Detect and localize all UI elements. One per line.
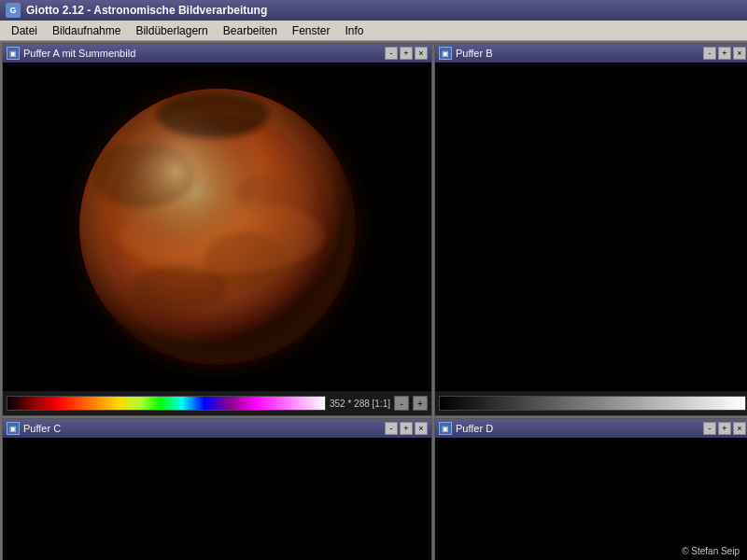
menu-bilduberlagern[interactable]: Bildüberlagern (128, 22, 215, 39)
panel-d-restore[interactable]: + (718, 422, 731, 435)
panel-d-minimize[interactable]: - (703, 422, 716, 435)
panel-c-content (3, 438, 431, 560)
panel-c-icon: ▣ (7, 422, 20, 435)
colorbar (7, 396, 326, 411)
panel-b-minimize[interactable]: - (703, 47, 716, 60)
app-icon: G (6, 3, 21, 18)
panel-a-restore[interactable]: + (400, 47, 413, 60)
panel-b-restore[interactable]: + (718, 47, 731, 60)
panel-b: ▣ Puffer B - + × (434, 43, 747, 416)
panel-c-titlebar: ▣ Puffer C - + × (3, 419, 431, 438)
panel-c-restore[interactable]: + (400, 422, 413, 435)
panel-c-title: Puffer C (23, 423, 61, 434)
panel-a-footer-plus[interactable]: + (413, 396, 428, 411)
panel-c-minimize[interactable]: - (385, 422, 398, 435)
menu-bar: Datei Bildaufnahme Bildüberlagern Bearbe… (0, 21, 747, 41)
mars-image (3, 63, 431, 391)
grayscale-bar (439, 396, 746, 411)
panel-b-footer (435, 391, 747, 415)
panel-b-titlebar: ▣ Puffer B - + × (435, 44, 747, 63)
panel-a-titlebar: ▣ Puffer A mit Summenbild - + × (3, 44, 431, 63)
panel-d-title: Puffer D (456, 423, 493, 434)
menu-fenster[interactable]: Fenster (285, 22, 338, 39)
panel-d-titlebar: ▣ Puffer D - + × (435, 419, 747, 438)
panel-a-content (3, 63, 431, 391)
panel-a-icon: ▣ (7, 47, 20, 60)
app-title: Giotto 2.12 - Astronomische Bildverarbei… (26, 4, 267, 17)
panel-a-close[interactable]: × (415, 47, 428, 60)
panel-d-icon: ▣ (439, 422, 452, 435)
panel-a-info: 352 * 288 [1:1] (330, 399, 390, 409)
menu-bearbeiten[interactable]: Bearbeiten (216, 22, 285, 39)
panel-a-title: Puffer A mit Summenbild (23, 48, 135, 59)
panel-c: ▣ Puffer C - + × (2, 418, 432, 560)
panel-b-content (435, 63, 747, 391)
panel-d-controls: - + × (703, 422, 746, 435)
panel-c-close[interactable]: × (415, 422, 428, 435)
panel-a-footer: 352 * 288 [1:1] - + (3, 391, 431, 415)
panel-b-close[interactable]: × (733, 47, 746, 60)
workspace: ▣ Puffer A mit Summenbild - + × (0, 41, 747, 560)
panel-a-controls: - + × (385, 47, 428, 60)
panel-a-minimize[interactable]: - (385, 47, 398, 60)
panel-d: ▣ Puffer D - + × (434, 418, 747, 560)
panel-b-title: Puffer B (456, 48, 493, 59)
svg-point-11 (79, 89, 356, 365)
panel-d-content (435, 438, 747, 560)
panel-b-icon: ▣ (439, 47, 452, 60)
panel-a-footer-minus[interactable]: - (394, 396, 409, 411)
panel-b-controls: - + × (703, 47, 746, 60)
panel-d-close[interactable]: × (733, 422, 746, 435)
panel-a: ▣ Puffer A mit Summenbild - + × (2, 43, 432, 416)
panel-c-controls: - + × (385, 422, 428, 435)
menu-bildaufnahme[interactable]: Bildaufnahme (45, 22, 128, 39)
menu-datei[interactable]: Datei (4, 22, 45, 39)
menu-info[interactable]: Info (338, 22, 372, 39)
title-bar: G Giotto 2.12 - Astronomische Bildverarb… (0, 0, 747, 21)
